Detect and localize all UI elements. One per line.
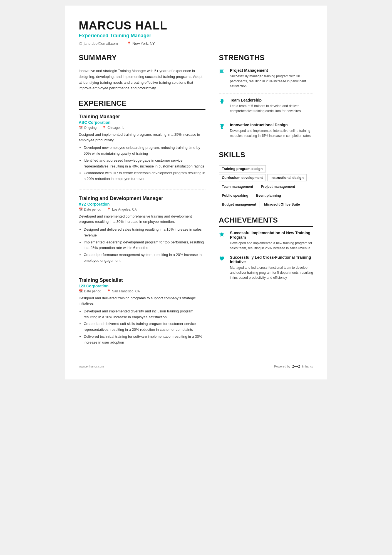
summary-section: SUMMARY Innovative and strategic Trainin… [79,53,205,91]
achievement-content: Successfully Led Cross-Functional Traini… [230,255,313,280]
header-contacts: @ jane.doe@email.com 📍 New York, NY [79,41,313,46]
exp-location: 📍 Los Angeles, CA [107,208,137,211]
exp-job-title: Training Manager [79,114,205,120]
strength-title: Project Management [230,68,313,73]
strengths-list: Project Management Successfully managed … [219,68,313,143]
strength-item: Project Management Successfully managed … [219,68,313,93]
exp-bullet: Collaborated with HR to create leadershi… [84,170,205,182]
exp-meta: 📅 Ongoing 📍 Chicago, IL [79,126,205,130]
exp-company: ABC Corporation [79,120,205,125]
exp-bullet: Designed and delivered sales training re… [84,227,205,238]
experience-title: EXPERIENCE [79,99,205,110]
location-icon: 📍 [127,41,131,46]
brand-icon [292,364,300,368]
skill-tag: Curriculum development [219,174,266,181]
skills-section: SKILLS Training program designCurriculum… [219,151,313,208]
skill-tag: Budget management [219,201,259,208]
calendar-icon: 📅 [79,126,83,130]
experience-item: Training Manager ABC Corporation 📅 Ongoi… [79,114,205,189]
page-footer: www.enhancv.com Powered by Enhancv [79,362,313,368]
strength-icon [219,98,227,106]
achievements-section: ACHIEVEMENTS Successful Implementation o… [219,216,313,280]
experience-item: Training and Development Manager XYZ Cor… [79,196,205,271]
flag-icon [219,69,225,75]
left-column: SUMMARY Innovative and strategic Trainin… [79,53,205,353]
exp-meta: 📅 Date period 📍 Los Angeles, CA [79,208,205,211]
strength-desc: Successfully managed training program wi… [230,74,313,89]
location-icon: 📍 [102,126,106,130]
achievement-content: Successful Implementation of New Trainin… [230,231,313,251]
exp-location: 📍 Chicago, IL [102,126,124,130]
star-icon [219,231,225,237]
achievements-list: Successful Implementation of New Trainin… [219,231,313,280]
strength-desc: Developed and implemented interactive on… [230,128,313,138]
strength-content: Innovative Instructional Design Develope… [230,123,313,138]
summary-text: Innovative and strategic Training Manage… [79,68,205,91]
strengths-section: STRENGTHS Project Management Successfull… [219,53,313,143]
skill-tag: Microsoft Office Suite [261,201,303,208]
experience-item: Training Specialist 123 Corporation 📅 Da… [79,277,205,346]
skill-tag: Event planning [253,192,284,199]
email-icon: @ [79,41,82,46]
powered-by-label: Powered by [274,365,290,368]
exp-date: 📅 Ongoing [79,126,96,130]
exp-bullet: Identified and addressed knowledge gaps … [84,158,205,169]
strength-desc: Led a team of 5 trainers to develop and … [230,103,313,114]
strength-content: Project Management Successfully managed … [230,68,313,89]
achievement-title: Successfully Led Cross-Functional Traini… [230,255,313,264]
location-value: New York, NY [133,41,155,46]
strength-icon [219,68,227,76]
achievement-icon [219,231,227,238]
exp-description: Developed and implemented comprehensive … [79,214,205,225]
trophy-icon [219,123,225,129]
exp-date: 📅 Date period [79,289,101,293]
skill-tag: Training program design [219,165,266,172]
email-contact: @ jane.doe@email.com [79,41,118,46]
exp-bullet: Created performance management system, r… [84,252,205,264]
trophy-icon [219,98,225,105]
resume-header: MARCUS HALL Experienced Training Manager… [79,19,313,46]
footer-website: www.enhancv.com [79,365,104,368]
candidate-name: MARCUS HALL [79,19,313,32]
location-icon: 📍 [107,208,111,211]
heart-icon [219,256,225,262]
skills-title: SKILLS [219,151,313,161]
exp-bullet: Implemented leadership development progr… [84,240,205,251]
exp-bullet: Developed and implemented diversity and … [84,309,205,320]
achievement-item: Successfully Led Cross-Functional Traini… [219,255,313,280]
svg-marker-4 [219,232,224,237]
achievement-title: Successful Implementation of New Trainin… [230,231,313,240]
experience-list: Training Manager ABC Corporation 📅 Ongoi… [79,114,205,345]
exp-bullet: Developed new employee onboarding progra… [84,145,205,157]
email-value: jane.doe@email.com [84,41,118,46]
strength-icon [219,123,227,130]
exp-job-title: Training Specialist [79,277,205,283]
location-contact: 📍 New York, NY [127,41,155,46]
strengths-title: STRENGTHS [219,53,313,64]
right-column: STRENGTHS Project Management Successfull… [219,53,313,353]
candidate-title: Experienced Training Manager [79,33,313,39]
strength-title: Team Leadership [230,98,313,102]
exp-job-title: Training and Development Manager [79,196,205,201]
brand-name: Enhancv [301,365,313,368]
exp-company: XYZ Corporation [79,202,205,206]
achievements-title: ACHIEVEMENTS [219,216,313,227]
strength-title: Innovative Instructional Design [230,123,313,127]
location-icon: 📍 [107,289,111,293]
achievement-desc: Managed and led a cross-functional team … [230,265,313,280]
exp-bullet: Delivered technical training for softwar… [84,334,205,346]
skill-tag: Project management [258,183,298,190]
strength-item: Innovative Instructional Design Develope… [219,123,313,143]
summary-title: SUMMARY [79,53,205,64]
skills-grid: Training program designCurriculum develo… [219,165,313,208]
experience-section: EXPERIENCE Training Manager ABC Corporat… [79,99,205,345]
exp-description: Designed and implemented training progra… [79,132,205,143]
achievement-desc: Developed and implemented a new training… [230,241,313,251]
calendar-icon: 📅 [79,208,83,211]
calendar-icon: 📅 [79,289,83,293]
exp-company: 123 Corporation [79,284,205,288]
strength-content: Team Leadership Led a team of 5 trainers… [230,98,313,114]
footer-brand: Powered by Enhancv [274,364,313,368]
achievement-item: Successful Implementation of New Trainin… [219,231,313,251]
resume-page: MARCUS HALL Experienced Training Manager… [65,6,327,379]
